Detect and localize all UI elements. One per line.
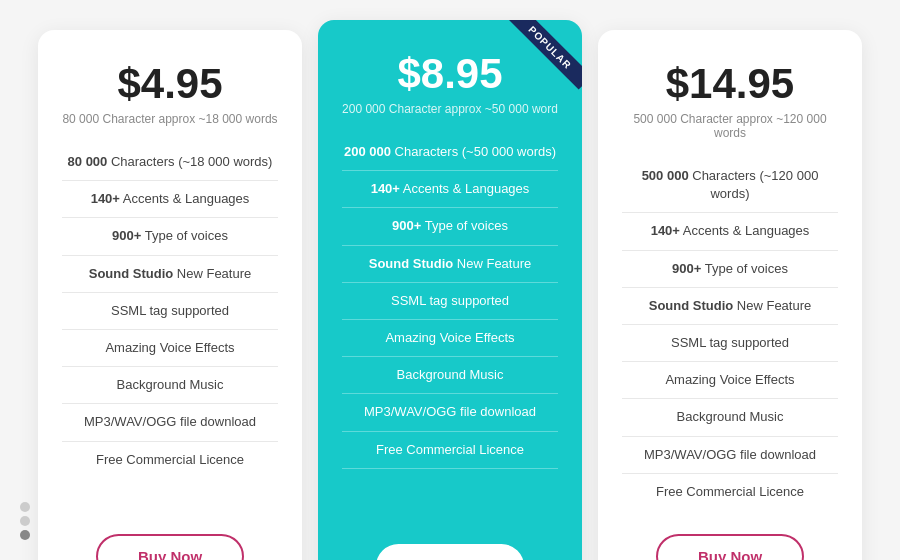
- feature-item: Free Commercial Licence: [342, 432, 558, 469]
- feature-item: SSML tag supported: [342, 283, 558, 320]
- plan-price: $14.95: [666, 60, 794, 108]
- buy-now-button-premium[interactable]: Buy Now: [656, 534, 804, 560]
- feature-item: Sound Studio New Feature: [62, 256, 278, 293]
- feature-bold: 140+: [371, 181, 400, 196]
- buy-now-button-basic[interactable]: Buy Now: [96, 534, 244, 560]
- feature-item: MP3/WAV/OGG file download: [342, 394, 558, 431]
- feature-bold: 900+: [112, 228, 141, 243]
- popular-badge: [502, 20, 582, 100]
- feature-bold: 80 000: [68, 154, 108, 169]
- feature-item: Background Music: [622, 399, 838, 436]
- feature-item: Amazing Voice Effects: [622, 362, 838, 399]
- nav-dot: [20, 516, 30, 526]
- feature-item: Background Music: [342, 357, 558, 394]
- plan-card-basic: $4.9580 000 Character approx ~18 000 wor…: [38, 30, 302, 560]
- feature-bold: Sound Studio: [369, 256, 453, 271]
- feature-item: Free Commercial Licence: [622, 474, 838, 510]
- feature-bold: Sound Studio: [89, 266, 173, 281]
- nav-dots: [20, 502, 30, 540]
- buy-now-button-popular[interactable]: Buy Now: [376, 544, 524, 560]
- feature-bold: 140+: [651, 223, 680, 238]
- feature-bold: 140+: [91, 191, 120, 206]
- feature-item: Sound Studio New Feature: [342, 246, 558, 283]
- feature-item: MP3/WAV/OGG file download: [62, 404, 278, 441]
- pricing-container: $4.9580 000 Character approx ~18 000 wor…: [0, 0, 900, 560]
- features-list-premium: 500 000 Characters (~120 000 words)140+ …: [622, 158, 838, 510]
- feature-bold: 900+: [672, 261, 701, 276]
- feature-item: Free Commercial Licence: [62, 442, 278, 478]
- plan-card-premium: $14.95500 000 Character approx ~120 000 …: [598, 30, 862, 560]
- plan-price: $8.95: [397, 50, 502, 98]
- feature-item: 500 000 Characters (~120 000 words): [622, 158, 838, 213]
- feature-item: 900+ Type of voices: [342, 208, 558, 245]
- plan-price: $4.95: [117, 60, 222, 108]
- plan-price-sub: 200 000 Character approx ~50 000 word: [342, 102, 558, 116]
- feature-item: SSML tag supported: [622, 325, 838, 362]
- feature-bold: Sound Studio: [649, 298, 733, 313]
- feature-item: 200 000 Characters (~50 000 words): [342, 134, 558, 171]
- feature-item: 900+ Type of voices: [622, 251, 838, 288]
- feature-item: 140+ Accents & Languages: [622, 213, 838, 250]
- feature-item: SSML tag supported: [62, 293, 278, 330]
- nav-dot: [20, 502, 30, 512]
- features-list-basic: 80 000 Characters (~18 000 words)140+ Ac…: [62, 144, 278, 510]
- feature-bold: 500 000: [642, 168, 689, 183]
- feature-item: 900+ Type of voices: [62, 218, 278, 255]
- feature-bold: 200 000: [344, 144, 391, 159]
- features-list-popular: 200 000 Characters (~50 000 words)140+ A…: [342, 134, 558, 520]
- feature-item: MP3/WAV/OGG file download: [622, 437, 838, 474]
- feature-item: 140+ Accents & Languages: [342, 171, 558, 208]
- feature-item: 140+ Accents & Languages: [62, 181, 278, 218]
- feature-item: Amazing Voice Effects: [62, 330, 278, 367]
- plan-price-sub: 80 000 Character approx ~18 000 words: [62, 112, 277, 126]
- plan-price-sub: 500 000 Character approx ~120 000 words: [622, 112, 838, 140]
- feature-item: 80 000 Characters (~18 000 words): [62, 144, 278, 181]
- feature-item: Amazing Voice Effects: [342, 320, 558, 357]
- plan-card-popular: $8.95200 000 Character approx ~50 000 wo…: [318, 20, 582, 560]
- feature-bold: 900+: [392, 218, 421, 233]
- feature-item: Background Music: [62, 367, 278, 404]
- feature-item: Sound Studio New Feature: [622, 288, 838, 325]
- nav-dot: [20, 530, 30, 540]
